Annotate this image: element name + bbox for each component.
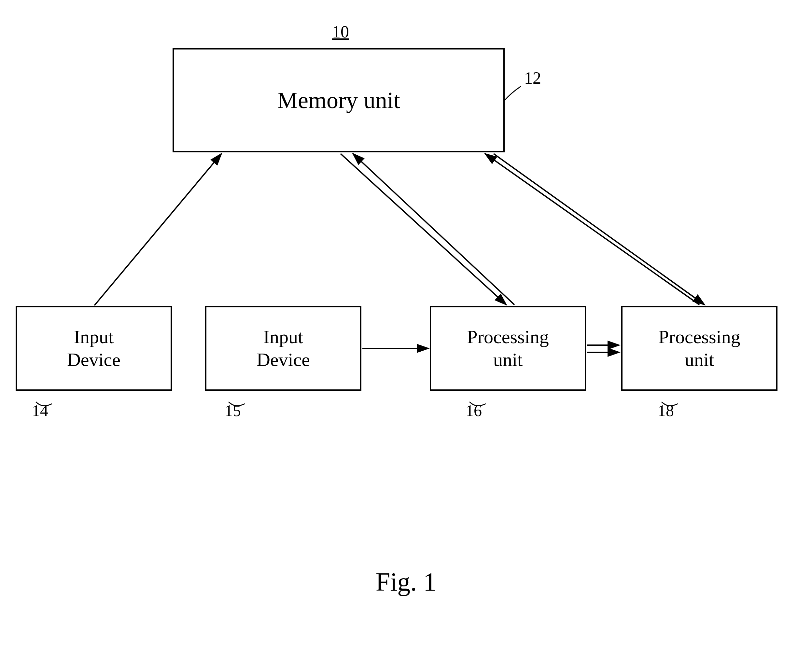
processing-unit-16-box: Processingunit: [430, 306, 586, 391]
label-12-curve: [504, 86, 521, 101]
num-label-14: 14: [32, 401, 48, 420]
num-label-18: 18: [658, 401, 674, 420]
arrow-pu16-to-memory: [353, 154, 514, 305]
label-12: 12: [524, 69, 541, 88]
input-device-15-box: InputDevice: [205, 306, 362, 391]
arrow-14-to-memory: [95, 154, 221, 305]
input-device-14-box: InputDevice: [15, 306, 172, 391]
arrow-memory-to-pu18: [494, 154, 705, 305]
diagram-container: 10 Memory unit 12 InputDevice 14 InputDe…: [0, 0, 812, 645]
arrow-memory-to-pu16: [340, 154, 506, 305]
label-10: 10: [332, 22, 349, 41]
fig-label: Fig. 1: [376, 567, 437, 597]
num-label-15: 15: [224, 401, 241, 420]
input-device-15-label: InputDevice: [256, 326, 310, 371]
input-device-14-label: InputDevice: [67, 326, 121, 371]
processing-unit-16-label: Processingunit: [467, 326, 549, 371]
processing-unit-18-label: Processingunit: [658, 326, 740, 371]
processing-unit-18-box: Processingunit: [621, 306, 777, 391]
num-label-16: 16: [466, 401, 482, 420]
arrow-pu18-to-memory: [485, 154, 699, 305]
memory-unit-box: Memory unit: [172, 48, 505, 152]
memory-unit-label: Memory unit: [277, 87, 400, 114]
